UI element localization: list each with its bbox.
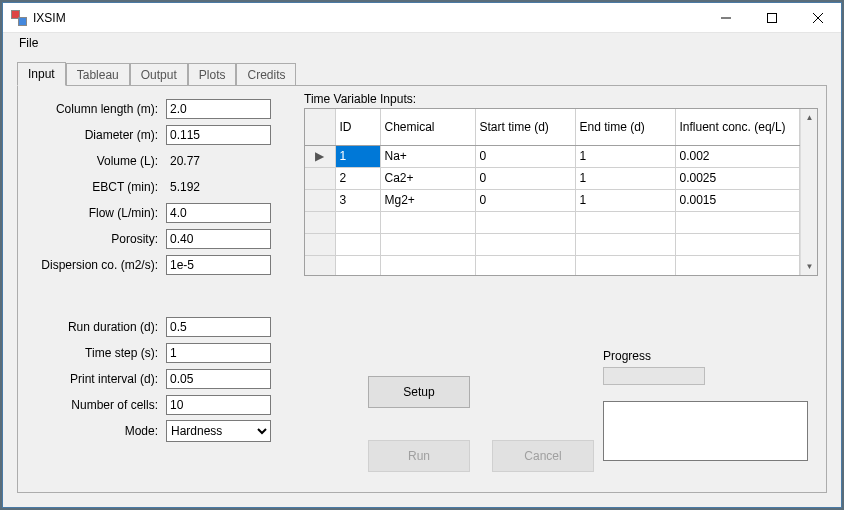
grid-scrollbar[interactable]: ▲ ▼ — [800, 109, 817, 275]
grid-header-id[interactable]: ID — [335, 109, 380, 145]
time-variable-inputs-grid[interactable]: ID Chemical Start time (d) End time (d) … — [304, 108, 818, 276]
cell-end[interactable]: 1 — [575, 145, 675, 167]
svg-rect-1 — [768, 13, 777, 22]
input-run-duration[interactable] — [166, 317, 271, 337]
grid-header-start[interactable]: Start time (d) — [475, 109, 575, 145]
input-print-interval[interactable] — [166, 369, 271, 389]
label-mode: Mode: — [36, 424, 166, 438]
cell-end[interactable]: 1 — [575, 189, 675, 211]
cell-id[interactable]: 3 — [335, 189, 380, 211]
label-dispersion: Dispersion co. (m2/s): — [36, 258, 166, 272]
minimize-button[interactable] — [703, 3, 749, 33]
grid-header-conc[interactable]: Influent conc. (eq/L) — [675, 109, 800, 145]
app-icon — [11, 10, 27, 26]
time-variable-inputs-area: Time Variable Inputs: ID Chemical — [304, 92, 818, 276]
label-ebct: EBCT (min): — [36, 180, 166, 194]
cancel-button[interactable]: Cancel — [492, 440, 594, 472]
tab-row: Input Tableau Output Plots Credits — [17, 61, 827, 85]
label-diameter: Diameter (m): — [36, 128, 166, 142]
cell-conc[interactable]: 0.0015 — [675, 189, 800, 211]
input-porosity[interactable] — [166, 229, 271, 249]
value-ebct: 5.192 — [166, 180, 200, 194]
tab-input[interactable]: Input — [17, 62, 66, 86]
scroll-up-icon[interactable]: ▲ — [801, 109, 818, 126]
label-run-duration: Run duration (d): — [36, 320, 166, 334]
cell-end[interactable]: 1 — [575, 167, 675, 189]
input-diameter[interactable] — [166, 125, 271, 145]
menu-file[interactable]: File — [13, 34, 44, 52]
scroll-down-icon[interactable]: ▼ — [801, 258, 818, 275]
cell-conc[interactable]: 0.002 — [675, 145, 800, 167]
action-buttons: Setup Run Cancel — [368, 376, 594, 472]
cell-start[interactable]: 0 — [475, 145, 575, 167]
menubar: File — [3, 33, 841, 53]
grid-header-row: ID Chemical Start time (d) End time (d) … — [305, 109, 800, 145]
input-column-length[interactable] — [166, 99, 271, 119]
value-volume: 20.77 — [166, 154, 200, 168]
parameters-form: Column length (m): Diameter (m): Volume … — [36, 96, 296, 444]
cell-conc[interactable]: 0.0025 — [675, 167, 800, 189]
tab-panel-input: Column length (m): Diameter (m): Volume … — [17, 85, 827, 493]
label-volume: Volume (L): — [36, 154, 166, 168]
grid-row-empty[interactable] — [305, 233, 800, 255]
cell-start[interactable]: 0 — [475, 189, 575, 211]
grid-row-empty[interactable] — [305, 211, 800, 233]
label-column-length: Column length (m): — [36, 102, 166, 116]
cell-id[interactable]: 1 — [335, 145, 380, 167]
label-flow: Flow (L/min): — [36, 206, 166, 220]
setup-button[interactable]: Setup — [368, 376, 470, 408]
app-window: IXSIM File Input Tableau Output Plots Cr… — [2, 2, 842, 508]
run-button[interactable]: Run — [368, 440, 470, 472]
close-button[interactable] — [795, 3, 841, 33]
cell-chemical[interactable]: Na+ — [380, 145, 475, 167]
label-time-step: Time step (s): — [36, 346, 166, 360]
progress-output — [603, 401, 808, 461]
progress-label: Progress — [603, 349, 808, 363]
label-time-variable-inputs: Time Variable Inputs: — [304, 92, 818, 106]
grid-corner — [305, 109, 335, 145]
grid-header-end[interactable]: End time (d) — [575, 109, 675, 145]
titlebar: IXSIM — [3, 3, 841, 33]
tab-output[interactable]: Output — [130, 63, 188, 86]
progress-bar — [603, 367, 705, 385]
cell-chemical[interactable]: Mg2+ — [380, 189, 475, 211]
select-mode[interactable]: Hardness — [166, 420, 271, 442]
tab-plots[interactable]: Plots — [188, 63, 237, 86]
label-print-interval: Print interval (d): — [36, 372, 166, 386]
input-number-of-cells[interactable] — [166, 395, 271, 415]
progress-area: Progress — [603, 349, 808, 461]
window-title: IXSIM — [33, 11, 66, 25]
label-number-of-cells: Number of cells: — [36, 398, 166, 412]
cell-chemical[interactable]: Ca2+ — [380, 167, 475, 189]
input-flow[interactable] — [166, 203, 271, 223]
grid-row[interactable]: 3 Mg2+ 0 1 0.0015 — [305, 189, 800, 211]
grid-header-chemical[interactable]: Chemical — [380, 109, 475, 145]
cell-id[interactable]: 2 — [335, 167, 380, 189]
grid-row-empty[interactable] — [305, 255, 800, 275]
grid-row[interactable]: 2 Ca2+ 0 1 0.0025 — [305, 167, 800, 189]
grid-row[interactable]: ▶ 1 Na+ 0 1 0.002 — [305, 145, 800, 167]
label-porosity: Porosity: — [36, 232, 166, 246]
input-time-step[interactable] — [166, 343, 271, 363]
tab-tableau[interactable]: Tableau — [66, 63, 130, 86]
window-controls — [703, 3, 841, 33]
cell-start[interactable]: 0 — [475, 167, 575, 189]
row-indicator-icon: ▶ — [305, 145, 335, 167]
tab-credits[interactable]: Credits — [236, 63, 296, 86]
maximize-button[interactable] — [749, 3, 795, 33]
input-dispersion[interactable] — [166, 255, 271, 275]
